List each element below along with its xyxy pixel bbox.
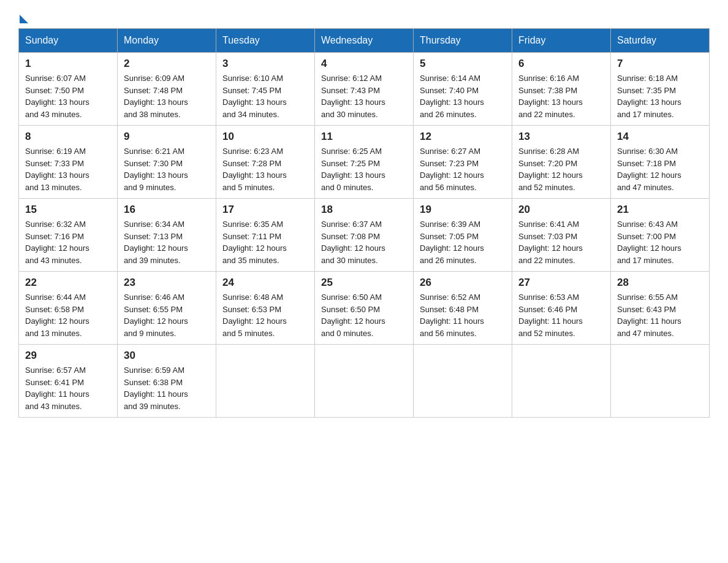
logo: [18, 12, 28, 22]
day-info: Sunrise: 6:39 AMSunset: 7:05 PMDaylight:…: [420, 220, 484, 265]
day-cell: 14 Sunrise: 6:30 AMSunset: 7:18 PMDaylig…: [611, 126, 710, 199]
day-info: Sunrise: 6:34 AMSunset: 7:13 PMDaylight:…: [124, 220, 188, 265]
day-number: 3: [222, 58, 308, 70]
day-cell: 4 Sunrise: 6:12 AMSunset: 7:43 PMDayligh…: [315, 53, 414, 126]
day-cell: [315, 345, 414, 418]
day-info: Sunrise: 6:18 AMSunset: 7:35 PMDaylight:…: [617, 74, 681, 119]
day-number: 23: [124, 277, 210, 289]
column-header-sunday: Sunday: [19, 29, 118, 53]
day-cell: 20 Sunrise: 6:41 AMSunset: 7:03 PMDaylig…: [512, 199, 611, 272]
day-cell: [216, 345, 315, 418]
day-cell: 3 Sunrise: 6:10 AMSunset: 7:45 PMDayligh…: [216, 53, 315, 126]
column-header-thursday: Thursday: [414, 29, 512, 53]
day-cell: 22 Sunrise: 6:44 AMSunset: 6:58 PMDaylig…: [19, 272, 118, 345]
day-number: 1: [25, 58, 111, 70]
day-cell: 25 Sunrise: 6:50 AMSunset: 6:50 PMDaylig…: [315, 272, 414, 345]
day-number: 11: [321, 131, 407, 143]
column-header-wednesday: Wednesday: [315, 29, 414, 53]
day-cell: 11 Sunrise: 6:25 AMSunset: 7:25 PMDaylig…: [315, 126, 414, 199]
week-row-2: 8 Sunrise: 6:19 AMSunset: 7:33 PMDayligh…: [19, 126, 710, 199]
day-info: Sunrise: 6:32 AMSunset: 7:16 PMDaylight:…: [25, 220, 89, 265]
day-number: 13: [518, 131, 604, 143]
day-info: Sunrise: 6:48 AMSunset: 6:53 PMDaylight:…: [222, 293, 287, 338]
day-cell: 6 Sunrise: 6:16 AMSunset: 7:38 PMDayligh…: [512, 53, 611, 126]
day-cell: 23 Sunrise: 6:46 AMSunset: 6:55 PMDaylig…: [118, 272, 216, 345]
day-info: Sunrise: 6:30 AMSunset: 7:18 PMDaylight:…: [617, 147, 681, 192]
day-info: Sunrise: 6:37 AMSunset: 7:08 PMDaylight:…: [321, 220, 385, 265]
day-info: Sunrise: 6:07 AMSunset: 7:50 PMDaylight:…: [25, 74, 89, 119]
day-number: 10: [222, 131, 308, 143]
day-number: 8: [25, 131, 111, 143]
day-number: 24: [222, 277, 308, 289]
day-number: 21: [617, 204, 703, 216]
day-cell: 30 Sunrise: 6:59 AMSunset: 6:38 PMDaylig…: [118, 345, 216, 418]
calendar-header-row: SundayMondayTuesdayWednesdayThursdayFrid…: [19, 29, 710, 53]
day-number: 30: [124, 350, 210, 362]
day-cell: 13 Sunrise: 6:28 AMSunset: 7:20 PMDaylig…: [512, 126, 611, 199]
day-cell: [414, 345, 512, 418]
day-number: 2: [124, 58, 210, 70]
day-cell: 17 Sunrise: 6:35 AMSunset: 7:11 PMDaylig…: [216, 199, 315, 272]
day-cell: 24 Sunrise: 6:48 AMSunset: 6:53 PMDaylig…: [216, 272, 315, 345]
day-cell: 28 Sunrise: 6:55 AMSunset: 6:43 PMDaylig…: [611, 272, 710, 345]
day-cell: [512, 345, 611, 418]
day-info: Sunrise: 6:46 AMSunset: 6:55 PMDaylight:…: [124, 293, 188, 338]
day-number: 6: [518, 58, 604, 70]
logo-triangle-icon: [20, 15, 28, 23]
day-cell: 1 Sunrise: 6:07 AMSunset: 7:50 PMDayligh…: [19, 53, 118, 126]
day-number: 22: [25, 277, 111, 289]
day-cell: 2 Sunrise: 6:09 AMSunset: 7:48 PMDayligh…: [118, 53, 216, 126]
day-number: 26: [420, 277, 506, 289]
day-info: Sunrise: 6:19 AMSunset: 7:33 PMDaylight:…: [25, 147, 89, 192]
day-info: Sunrise: 6:10 AMSunset: 7:45 PMDaylight:…: [222, 74, 287, 119]
day-cell: 26 Sunrise: 6:52 AMSunset: 6:48 PMDaylig…: [414, 272, 512, 345]
day-number: 17: [222, 204, 308, 216]
day-cell: 18 Sunrise: 6:37 AMSunset: 7:08 PMDaylig…: [315, 199, 414, 272]
day-info: Sunrise: 6:35 AMSunset: 7:11 PMDaylight:…: [222, 220, 287, 265]
day-number: 7: [617, 58, 703, 70]
day-cell: 7 Sunrise: 6:18 AMSunset: 7:35 PMDayligh…: [611, 53, 710, 126]
day-info: Sunrise: 6:28 AMSunset: 7:20 PMDaylight:…: [518, 147, 583, 192]
day-number: 27: [518, 277, 604, 289]
day-cell: 29 Sunrise: 6:57 AMSunset: 6:41 PMDaylig…: [19, 345, 118, 418]
column-header-friday: Friday: [512, 29, 611, 53]
day-cell: 9 Sunrise: 6:21 AMSunset: 7:30 PMDayligh…: [118, 126, 216, 199]
day-number: 28: [617, 277, 703, 289]
day-cell: 12 Sunrise: 6:27 AMSunset: 7:23 PMDaylig…: [414, 126, 512, 199]
day-number: 4: [321, 58, 407, 70]
day-info: Sunrise: 6:25 AMSunset: 7:25 PMDaylight:…: [321, 147, 385, 192]
page-header: [18, 12, 710, 22]
day-info: Sunrise: 6:50 AMSunset: 6:50 PMDaylight:…: [321, 293, 385, 338]
day-cell: 21 Sunrise: 6:43 AMSunset: 7:00 PMDaylig…: [611, 199, 710, 272]
week-row-4: 22 Sunrise: 6:44 AMSunset: 6:58 PMDaylig…: [19, 272, 710, 345]
day-info: Sunrise: 6:43 AMSunset: 7:00 PMDaylight:…: [617, 220, 681, 265]
day-info: Sunrise: 6:27 AMSunset: 7:23 PMDaylight:…: [420, 147, 484, 192]
day-number: 20: [518, 204, 604, 216]
day-info: Sunrise: 6:57 AMSunset: 6:41 PMDaylight:…: [25, 366, 89, 411]
day-info: Sunrise: 6:09 AMSunset: 7:48 PMDaylight:…: [124, 74, 188, 119]
day-number: 14: [617, 131, 703, 143]
day-cell: 8 Sunrise: 6:19 AMSunset: 7:33 PMDayligh…: [19, 126, 118, 199]
day-cell: 19 Sunrise: 6:39 AMSunset: 7:05 PMDaylig…: [414, 199, 512, 272]
week-row-5: 29 Sunrise: 6:57 AMSunset: 6:41 PMDaylig…: [19, 345, 710, 418]
day-info: Sunrise: 6:16 AMSunset: 7:38 PMDaylight:…: [518, 74, 583, 119]
day-number: 19: [420, 204, 506, 216]
day-info: Sunrise: 6:12 AMSunset: 7:43 PMDaylight:…: [321, 74, 385, 119]
column-header-saturday: Saturday: [611, 29, 710, 53]
day-info: Sunrise: 6:14 AMSunset: 7:40 PMDaylight:…: [420, 74, 484, 119]
day-number: 12: [420, 131, 506, 143]
day-info: Sunrise: 6:52 AMSunset: 6:48 PMDaylight:…: [420, 293, 484, 338]
day-number: 25: [321, 277, 407, 289]
day-cell: 27 Sunrise: 6:53 AMSunset: 6:46 PMDaylig…: [512, 272, 611, 345]
day-info: Sunrise: 6:53 AMSunset: 6:46 PMDaylight:…: [518, 293, 583, 338]
day-number: 5: [420, 58, 506, 70]
day-cell: [611, 345, 710, 418]
week-row-3: 15 Sunrise: 6:32 AMSunset: 7:16 PMDaylig…: [19, 199, 710, 272]
day-cell: 15 Sunrise: 6:32 AMSunset: 7:16 PMDaylig…: [19, 199, 118, 272]
day-info: Sunrise: 6:44 AMSunset: 6:58 PMDaylight:…: [25, 293, 89, 338]
day-number: 29: [25, 350, 111, 362]
column-header-monday: Monday: [118, 29, 216, 53]
day-info: Sunrise: 6:23 AMSunset: 7:28 PMDaylight:…: [222, 147, 287, 192]
day-number: 18: [321, 204, 407, 216]
day-number: 15: [25, 204, 111, 216]
